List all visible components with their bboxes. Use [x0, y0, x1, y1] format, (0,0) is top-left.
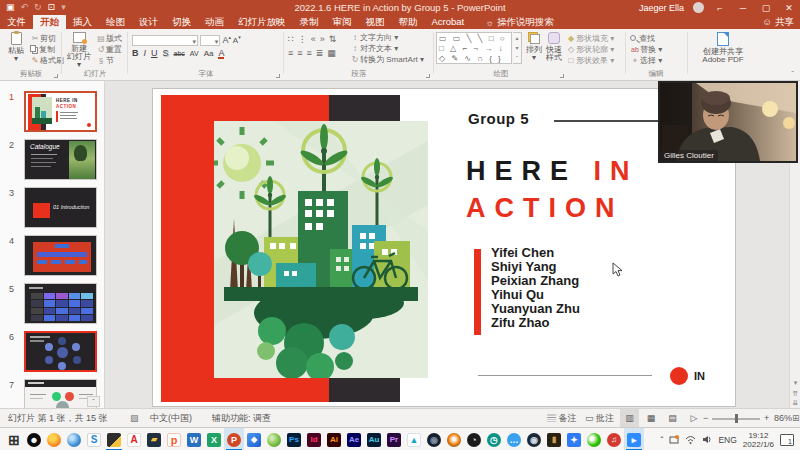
taskbar-app-illustrator[interactable]: Ai — [324, 428, 344, 450]
taskbar-app-netease-music[interactable]: ♫ — [604, 428, 624, 450]
undo-icon[interactable]: ↶ — [21, 0, 29, 15]
network-icon[interactable] — [685, 435, 696, 444]
minimize-button[interactable]: ─ — [736, 3, 750, 13]
clipboard-dialog-launcher[interactable] — [54, 74, 58, 78]
taskbar-app-wechat[interactable] — [584, 428, 604, 450]
quick-styles-button[interactable]: 快速样式 — [544, 32, 564, 62]
font-color-button[interactable]: A — [218, 49, 224, 59]
tab-view[interactable]: 视图 — [359, 15, 392, 29]
grow-font-button[interactable]: A▴ — [222, 35, 231, 45]
next-slide-icon[interactable]: ⇊ — [790, 399, 800, 407]
layout-button[interactable]: ▤版式 — [96, 34, 122, 44]
character-spacing-button[interactable]: AV — [190, 50, 199, 57]
taskbar-app-dark-swirl-app[interactable]: ◉ — [424, 428, 444, 450]
tab-help[interactable]: 帮助 — [392, 15, 425, 29]
taskbar-app-acrobat[interactable]: A — [124, 428, 144, 450]
shape-outline-button[interactable]: ◇形状轮廓 ▾ — [566, 45, 614, 55]
taskbar-app-green-sphere-app[interactable] — [264, 428, 284, 450]
taskbar-app-premiere[interactable]: Pr — [384, 428, 404, 450]
qat-customize-icon[interactable]: ▾ — [61, 0, 66, 15]
reading-view-button[interactable]: ▤ — [663, 409, 682, 428]
bold-button[interactable]: B — [132, 48, 139, 58]
tab-acrobat[interactable]: Acrobat — [425, 15, 472, 29]
taskbar-app-indesign[interactable]: Id — [304, 428, 324, 450]
restore-button[interactable]: ▢ — [759, 3, 773, 13]
slide-thumbnail-4[interactable] — [24, 235, 97, 276]
taskbar-app-steam[interactable]: ◉ — [524, 428, 544, 450]
accessibility-status[interactable]: 辅助功能: 调查 — [212, 409, 271, 428]
previous-slide-icon[interactable]: ⇈ — [790, 390, 800, 398]
taskbar-app-obs[interactable]: ◔ — [464, 428, 484, 450]
taskbar-app-blue-shield-app[interactable]: ◆ — [244, 428, 264, 450]
normal-view-button[interactable]: ▥ — [620, 409, 639, 428]
shape-effects-button[interactable]: □形状效果 ▾ — [566, 56, 614, 66]
create-adobe-pdf-button[interactable]: 创建并共享Adobe PDF — [693, 32, 753, 64]
text-direction-button[interactable]: ↕文字方向 ▾ — [350, 33, 398, 43]
cut-button[interactable]: ✂剪切 — [30, 34, 56, 44]
taskbar-app-word[interactable]: W — [184, 428, 204, 450]
taskbar-app-alienware[interactable]: ☻ — [24, 428, 44, 450]
taskbar-app-photoshop[interactable]: Ps — [284, 428, 304, 450]
tab-insert[interactable]: 插入 — [66, 15, 99, 29]
comments-button[interactable]: ▭ 批注 — [585, 409, 614, 428]
columns-icon[interactable]: ▦ — [327, 48, 340, 58]
drawing-dialog-launcher[interactable] — [560, 74, 564, 78]
arrange-button[interactable]: 排列▾ — [524, 32, 544, 62]
tab-design[interactable]: 设计 — [132, 15, 165, 29]
taskbar-app-audition[interactable]: Au — [364, 428, 384, 450]
thumbnail-scroll-down[interactable]: ˇ — [87, 396, 100, 407]
indent-left-icon[interactable]: « — [311, 34, 320, 44]
replace-button[interactable]: ab替换 ▾ — [630, 45, 662, 55]
tab-slideshow[interactable]: 幻灯片放映 — [231, 15, 293, 29]
action-center-icon[interactable]: 1 — [780, 434, 794, 446]
ribbon-display-options-icon[interactable]: ⌐ — [713, 3, 727, 13]
tray-notification-icon[interactable] — [669, 435, 679, 445]
taskbar-app-browser-globe[interactable] — [64, 428, 84, 450]
taskbar-app-blender[interactable] — [444, 428, 464, 450]
numbering-icon[interactable]: ⋮ — [298, 34, 311, 44]
align-text-button[interactable]: ↕对齐文本 ▾ — [350, 44, 398, 54]
taskbar-app-flame-app[interactable] — [44, 428, 64, 450]
strikethrough-button[interactable]: abc — [174, 50, 185, 57]
change-case-button[interactable]: Aa — [204, 49, 214, 58]
taskbar-app-wps-presentation[interactable]: p — [164, 428, 184, 450]
paste-button[interactable]: 粘贴▾ — [4, 32, 28, 63]
tab-file[interactable]: 文件 — [0, 15, 33, 29]
tab-animations[interactable]: 动画 — [198, 15, 231, 29]
collapse-ribbon-icon[interactable]: ˆ — [791, 69, 794, 78]
slideshow-button[interactable]: ▷ — [685, 409, 704, 428]
taskbar-app-powerpoint[interactable]: P — [224, 428, 244, 450]
slide-canvas[interactable]: Group 5 HERE IN ACTION Yifei Chen Shiyi … — [152, 88, 736, 407]
taskbar-app-viewer-app[interactable]: ▰ — [144, 428, 164, 450]
new-slide-button[interactable]: 新建幻灯片 ▾ — [64, 32, 94, 69]
underline-button[interactable]: U — [151, 48, 158, 58]
taskbar-app-aftereffects[interactable]: Ae — [344, 428, 364, 450]
italic-button[interactable]: I — [144, 48, 147, 58]
copy-button[interactable]: 复制 — [30, 45, 55, 55]
slide-thumbnail-2[interactable]: Catalogue — [24, 139, 97, 180]
find-button[interactable]: 查找 — [630, 34, 655, 44]
tab-home[interactable]: 开始 — [33, 15, 66, 29]
section-button[interactable]: §节 — [96, 56, 114, 66]
font-name-select[interactable]: ▾ — [132, 35, 198, 46]
paragraph-dialog-launcher[interactable] — [426, 74, 430, 78]
tray-chevron-icon[interactable]: ˆ — [661, 435, 664, 445]
taskbar-app-files-app[interactable] — [104, 428, 124, 450]
slide-thumbnail-6[interactable] — [24, 331, 97, 372]
bullets-icon[interactable]: ∷ — [288, 34, 298, 44]
start-slideshow-icon[interactable]: ⊡ — [48, 0, 56, 15]
text-shadow-button[interactable]: S — [163, 48, 169, 58]
zoom-level[interactable]: 86% — [774, 409, 792, 428]
slide-sorter-button[interactable]: ▦ — [642, 409, 661, 428]
indent-right-icon[interactable]: » — [320, 34, 329, 44]
shapes-gallery-scroll[interactable]: ▴▾ˇ — [513, 32, 522, 64]
close-button[interactable]: ✕ — [782, 3, 796, 13]
shapes-gallery[interactable]: ▭ ▭ ╲ ╲ □ ○ □ △ ⌐ ¬ → ↓ ◇ ✎ ∿ ∩ { } — [436, 32, 512, 64]
avatar[interactable] — [693, 2, 704, 13]
zoom-out-button[interactable]: − — [703, 409, 708, 428]
align-left-icon[interactable]: ≡ — [288, 48, 297, 58]
repeat-icon[interactable]: ↻ — [34, 0, 42, 15]
align-right-icon[interactable]: ≡ — [307, 48, 316, 58]
slide-thumbnail-1[interactable]: HERE INACTION — [24, 91, 97, 132]
taskbar-app-game-app[interactable]: ▮ — [544, 428, 564, 450]
